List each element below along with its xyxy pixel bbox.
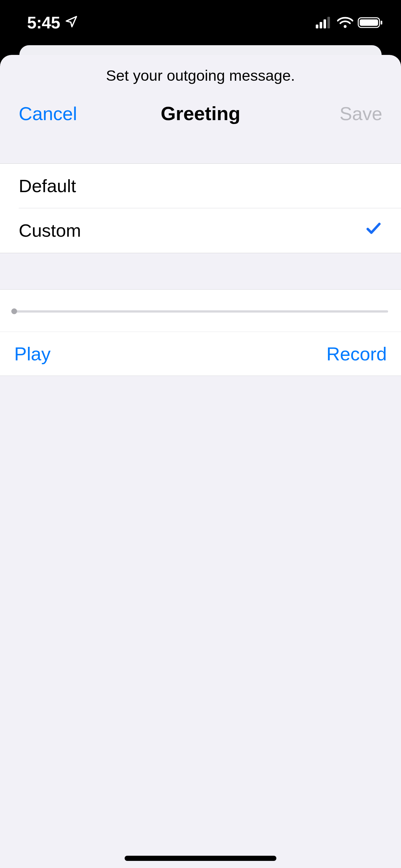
greeting-options-group: Default Custom bbox=[0, 163, 401, 253]
home-indicator[interactable] bbox=[125, 856, 276, 861]
svg-rect-7 bbox=[381, 21, 382, 25]
svg-rect-6 bbox=[360, 20, 378, 26]
scrubber-thumb[interactable] bbox=[11, 308, 17, 314]
page-title: Greeting bbox=[161, 102, 241, 125]
status-right bbox=[316, 17, 383, 28]
row-separator bbox=[19, 208, 401, 208]
status-left: 5:45 bbox=[27, 13, 78, 32]
option-default[interactable]: Default bbox=[0, 164, 401, 208]
greeting-sheet: Set your outgoing message. Cancel Greeti… bbox=[0, 55, 401, 868]
navbar: Cancel Greeting Save bbox=[0, 84, 401, 163]
location-icon bbox=[65, 13, 78, 32]
playback-controls: Play Record bbox=[0, 332, 401, 376]
play-button[interactable]: Play bbox=[14, 343, 51, 365]
sheet-subtitle: Set your outgoing message. bbox=[0, 55, 401, 84]
scrubber-track bbox=[13, 310, 388, 313]
record-button[interactable]: Record bbox=[327, 343, 387, 365]
svg-rect-0 bbox=[316, 25, 318, 28]
status-bar: 5:45 bbox=[0, 0, 401, 45]
option-custom[interactable]: Custom bbox=[0, 208, 401, 253]
section-spacer bbox=[0, 253, 401, 289]
save-button[interactable]: Save bbox=[318, 103, 382, 124]
svg-rect-2 bbox=[323, 20, 326, 28]
battery-icon bbox=[358, 17, 383, 28]
checkmark-icon bbox=[365, 220, 382, 241]
option-custom-label: Custom bbox=[19, 220, 81, 241]
status-time: 5:45 bbox=[27, 13, 60, 32]
wifi-icon bbox=[337, 17, 353, 28]
playback-scrubber[interactable] bbox=[0, 290, 401, 332]
cellular-icon bbox=[316, 17, 333, 28]
playback-block: Play Record bbox=[0, 289, 401, 376]
svg-rect-3 bbox=[328, 17, 330, 28]
svg-rect-1 bbox=[320, 22, 322, 28]
svg-point-4 bbox=[344, 25, 347, 28]
option-default-label: Default bbox=[19, 175, 76, 196]
cancel-button[interactable]: Cancel bbox=[19, 103, 83, 124]
